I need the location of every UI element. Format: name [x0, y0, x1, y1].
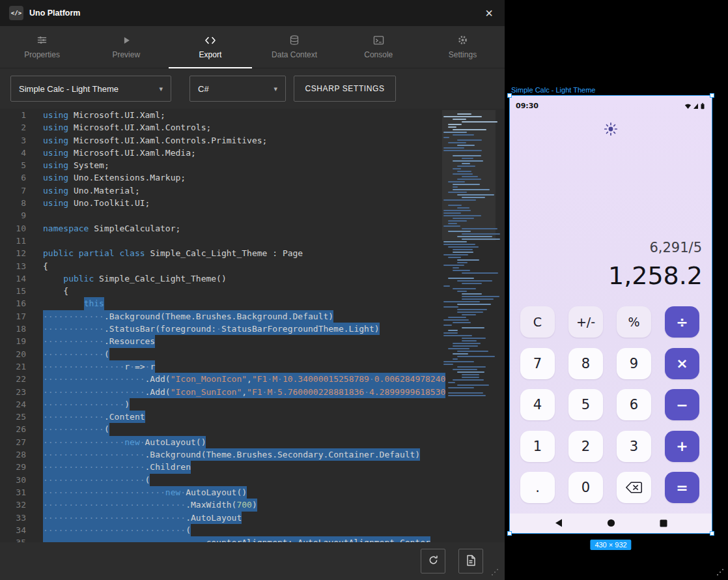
phone-frame[interactable]: 09:30 6,291/5 1,258.2 C+/-%÷789×456−123+… [510, 96, 712, 533]
key-5[interactable]: 5 [568, 389, 603, 420]
code-line[interactable]: 18············.StatusBar(foreground:·Sta… [0, 323, 505, 335]
tab-export[interactable]: Export [168, 26, 252, 68]
line-number: 1 [0, 109, 26, 121]
key-equals[interactable]: = [665, 472, 699, 503]
code-line[interactable]: 5using System; [0, 159, 505, 171]
key-7[interactable]: 7 [520, 348, 555, 379]
code-line[interactable]: 28····················.Background(Theme.… [0, 448, 505, 461]
language-dropdown[interactable]: C# ▾ [189, 76, 286, 102]
key-2[interactable]: 2 [568, 431, 603, 462]
line-number: 5 [0, 159, 26, 171]
code-icon [204, 35, 216, 46]
code-line[interactable]: 1using Microsoft.UI.Xaml; [0, 109, 505, 121]
line-number: 14 [0, 272, 26, 285]
line-number: 2 [0, 121, 26, 134]
code-line[interactable]: 15 { [0, 285, 505, 297]
tab-console[interactable]: Console [337, 26, 421, 68]
key-divide[interactable]: ÷ [665, 306, 699, 338]
key-0[interactable]: 0 [568, 472, 603, 503]
code-line[interactable]: 22····················.Add("Icon_MoonIco… [0, 373, 505, 385]
figma-canvas[interactable]: Simple Calc - Light Theme 09:30 6,291/5 … [505, 0, 728, 580]
key-1[interactable]: 1 [520, 431, 555, 462]
panel-resize-grip[interactable] [490, 568, 499, 577]
code-line[interactable]: 23····················.Add("Icon_SunIcon… [0, 386, 505, 398]
editor-minimap[interactable] [443, 111, 494, 398]
key-decimal[interactable]: . [520, 472, 555, 503]
code-line[interactable]: 31························new·AutoLayout… [0, 486, 505, 499]
key-plus-minus[interactable]: +/- [568, 306, 603, 338]
code-line[interactable]: 19············.Resources [0, 335, 505, 347]
key-backspace[interactable] [617, 472, 651, 503]
line-number: 17 [0, 310, 26, 323]
selection-handle[interactable] [710, 93, 714, 98]
code-line[interactable]: 34····························( [0, 524, 505, 536]
code-line[interactable]: 4using Microsoft.UI.Xaml.Media; [0, 147, 505, 159]
code-line[interactable]: 25············.Content [0, 411, 505, 423]
code-line[interactable]: 13{ [0, 260, 505, 272]
tab-preview[interactable]: Preview [84, 26, 168, 68]
home-icon[interactable] [607, 517, 615, 530]
code-line[interactable]: 32····························.MaxWidth(… [0, 499, 505, 511]
code-line[interactable]: 7using Uno.Material; [0, 184, 505, 197]
theme-toggle-sun-icon[interactable] [604, 122, 618, 139]
code-line[interactable]: 8using Uno.Toolkit.UI; [0, 197, 505, 209]
frame-label[interactable]: Simple Calc - Light Theme [511, 86, 595, 94]
key-clear[interactable]: C [520, 306, 555, 338]
csharp-settings-button[interactable]: CSHARP SETTINGS [294, 76, 396, 102]
key-9[interactable]: 9 [617, 348, 651, 379]
line-number: 32 [0, 499, 26, 511]
code-line[interactable]: 35································counte… [0, 536, 505, 542]
code-line[interactable]: 24················) [0, 398, 505, 411]
back-icon[interactable] [555, 517, 563, 530]
code-line[interactable]: 17············.Background(Theme.Brushes.… [0, 310, 505, 323]
close-icon[interactable]: × [483, 7, 496, 20]
code-line[interactable]: 21················r·=>·r [0, 360, 505, 373]
key-percent[interactable]: % [617, 306, 651, 338]
selection-handle[interactable] [710, 531, 714, 536]
code-line[interactable]: 27················new·AutoLayout() [0, 436, 505, 448]
code-line[interactable]: 29····················.Children [0, 461, 505, 473]
chevron-down-icon: ▾ [159, 85, 163, 93]
database-icon [289, 35, 300, 46]
key-6[interactable]: 6 [617, 389, 651, 420]
selection-handle[interactable] [507, 531, 512, 536]
tab-data-context[interactable]: Data Context [253, 26, 337, 68]
code-line[interactable]: 6using Uno.Extensions.Markup; [0, 171, 505, 184]
window-title: Uno Platform [29, 8, 80, 18]
code-line[interactable]: 2using Microsoft.UI.Xaml.Controls; [0, 121, 505, 134]
code-line[interactable]: 3using Microsoft.UI.Xaml.Controls.Primit… [0, 134, 505, 147]
code-line[interactable]: 30····················( [0, 474, 505, 486]
key-add[interactable]: + [665, 431, 699, 462]
recents-icon[interactable] [660, 517, 667, 530]
key-4[interactable]: 4 [520, 389, 555, 420]
android-nav-bar [510, 514, 712, 533]
line-number: 24 [0, 398, 26, 411]
language-dropdown-value: C# [198, 84, 209, 94]
line-number: 4 [0, 147, 26, 159]
line-number: 28 [0, 448, 26, 461]
code-editor[interactable]: 1using Microsoft.UI.Xaml;2using Microsof… [0, 109, 505, 542]
code-line[interactable]: 9 [0, 209, 505, 222]
component-dropdown[interactable]: Simple Calc - Light Theme ▾ [10, 76, 171, 102]
code-line[interactable]: 26············( [0, 423, 505, 435]
code-line[interactable]: 14 public Simple_Calc_Light_Theme() [0, 272, 505, 285]
window-resize-grip[interactable] [716, 568, 725, 577]
tab-properties[interactable]: Properties [0, 26, 84, 68]
code-line[interactable]: 12public partial class Simple_Calc_Light… [0, 247, 505, 259]
title-bar: </> Uno Platform × [0, 0, 505, 26]
code-line[interactable]: 16 this [0, 297, 505, 310]
tab-settings[interactable]: Settings [421, 26, 505, 68]
key-subtract[interactable]: − [665, 389, 699, 420]
code-lines[interactable]: 1using Microsoft.UI.Xaml;2using Microsof… [0, 109, 505, 542]
refresh-button[interactable] [421, 549, 445, 573]
code-line[interactable]: 33····························.AutoLayou… [0, 512, 505, 524]
code-line[interactable]: 10namespace SimpleCalculator; [0, 222, 505, 235]
key-3[interactable]: 3 [617, 431, 651, 462]
code-line[interactable]: 20············( [0, 348, 505, 360]
key-multiply[interactable]: × [665, 348, 699, 379]
key-8[interactable]: 8 [568, 348, 603, 379]
code-line[interactable]: 11 [0, 235, 505, 247]
line-number: 31 [0, 486, 26, 499]
export-file-button[interactable] [458, 549, 483, 573]
selection-handle[interactable] [507, 93, 512, 98]
